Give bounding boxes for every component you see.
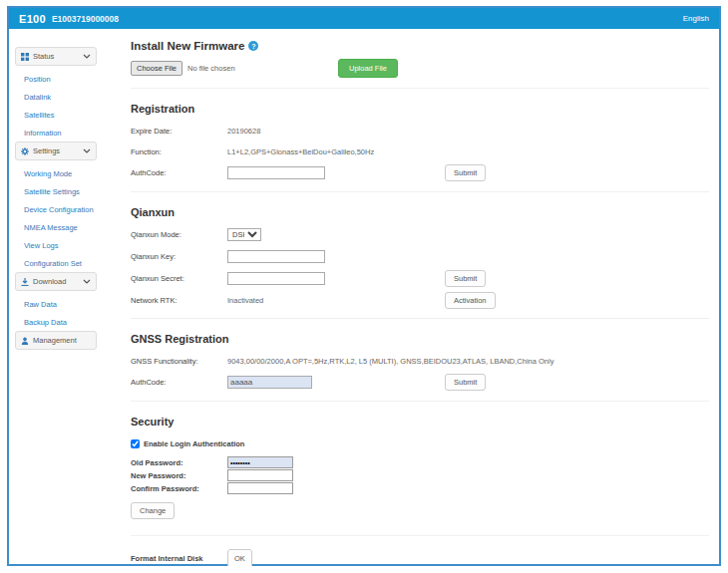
sidebar-item-satellites[interactable]: Satellites	[15, 106, 121, 124]
sidebar: Status Position Datalink Satellites Info…	[9, 29, 121, 566]
registration-submit-button[interactable]: Submit	[445, 164, 486, 181]
new-password-row: New Password:	[131, 469, 709, 481]
function-label: Function:	[131, 147, 227, 156]
expire-date-row: Expire Date: 20190628	[131, 125, 709, 137]
enable-login-auth-checkbox[interactable]	[131, 439, 140, 448]
grid-icon	[21, 53, 29, 61]
network-rtk-value: Inactivated	[227, 296, 263, 305]
qianxun-mode-row: Qianxun Mode: DSK	[131, 228, 709, 241]
gnss-registration-section-title: GNSS Registration	[131, 333, 709, 345]
sidebar-group-settings[interactable]: Settings	[15, 142, 97, 160]
sidebar-group-management[interactable]: Management	[15, 331, 97, 350]
sidebar-item-raw-data[interactable]: Raw Data	[15, 295, 121, 313]
qianxun-secret-input[interactable]	[227, 272, 325, 285]
format-disk-row: Format Internal Disk OK	[131, 549, 709, 566]
sidebar-group-label: Management	[33, 336, 91, 345]
section-divider	[131, 535, 709, 536]
gnss-authcode-label: AuthCode:	[131, 378, 227, 387]
choose-file-button[interactable]: Choose File	[131, 61, 182, 76]
qianxun-mode-label: Qianxun Mode:	[131, 230, 227, 239]
chevron-down-icon	[83, 279, 91, 284]
sidebar-item-view-logs[interactable]: View Logs	[15, 236, 121, 254]
chevron-down-icon	[83, 54, 91, 59]
gnss-functionality-label: GNSS Functionality:	[131, 357, 227, 366]
registration-authcode-row: AuthCode: Submit	[131, 166, 709, 179]
function-row: Function: L1+L2,GPS+Glonass+BeiDou+Galil…	[131, 145, 709, 157]
sidebar-item-nmea-message[interactable]: NMEA Message	[15, 218, 121, 236]
sidebar-item-information[interactable]: Information	[15, 124, 121, 142]
qianxun-submit-button[interactable]: Submit	[445, 270, 486, 287]
gnss-submit-button[interactable]: Submit	[445, 374, 486, 391]
sidebar-group-download[interactable]: Download	[15, 272, 97, 291]
gnss-functionality-value: 9043,00/00/2000,A OPT=,5Hz,RTK,L2, L5 (M…	[227, 357, 553, 366]
content-area: Status Position Datalink Satellites Info…	[9, 29, 719, 566]
firmware-section-title: Install New Firmware ?	[131, 40, 709, 52]
download-icon	[21, 278, 29, 286]
qianxun-secret-row: Qianxun Secret: Submit	[131, 272, 709, 285]
sidebar-item-working-mode[interactable]: Working Mode	[15, 164, 121, 182]
sidebar-item-position[interactable]: Position	[15, 70, 121, 88]
activation-button[interactable]: Activation	[445, 292, 496, 309]
old-password-row: Old Password:	[131, 456, 709, 468]
network-rtk-row: Network RTK: Inactivated Activation	[131, 294, 709, 306]
sidebar-group-status[interactable]: Status	[15, 47, 97, 66]
confirm-password-label: Confirm Password:	[131, 484, 227, 493]
enable-login-auth-row: Enable Login Authentication	[131, 439, 709, 448]
device-serial: E1003719000008	[52, 14, 119, 24]
qianxun-mode-select[interactable]: DSK	[227, 228, 261, 241]
info-icon[interactable]: ?	[248, 41, 258, 51]
sidebar-item-satellite-settings[interactable]: Satellite Settings	[15, 182, 121, 200]
section-divider	[131, 191, 709, 192]
qianxun-section-title: Qianxun	[131, 206, 709, 218]
header-bar: E100 E1003719000008 English	[9, 8, 719, 29]
expire-date-label: Expire Date:	[131, 127, 227, 136]
sidebar-item-datalink[interactable]: Datalink	[15, 88, 121, 106]
format-disk-ok-button[interactable]: OK	[227, 549, 252, 566]
main-panel: Install New Firmware ? Choose File No fi…	[121, 29, 719, 566]
new-password-input[interactable]	[227, 469, 293, 481]
app-window: E100 E1003719000008 English Status Posit…	[7, 6, 721, 566]
management-icon	[21, 337, 29, 345]
section-divider	[131, 88, 709, 89]
network-rtk-label: Network RTK:	[131, 296, 227, 305]
enable-login-auth-label: Enable Login Authentication	[144, 439, 244, 448]
no-file-chosen-text: No file chosen	[187, 64, 235, 73]
sidebar-item-backup-data[interactable]: Backup Data	[15, 313, 121, 331]
new-password-label: New Password:	[131, 471, 227, 480]
firmware-upload-row: Choose File No file chosen Upload File	[131, 61, 709, 76]
firmware-title-text: Install New Firmware	[131, 40, 244, 52]
qianxun-key-label: Qianxun Key:	[131, 252, 227, 261]
security-section-title: Security	[131, 416, 709, 428]
registration-section-title: Registration	[131, 103, 709, 115]
language-link[interactable]: English	[683, 14, 709, 23]
sidebar-item-device-configuration[interactable]: Device Configuration	[15, 200, 121, 218]
upload-file-button[interactable]: Upload File	[338, 59, 398, 78]
confirm-password-row: Confirm Password:	[131, 482, 709, 494]
section-divider	[131, 401, 709, 402]
gear-icon	[21, 147, 29, 155]
sidebar-item-configuration-set[interactable]: Configuration Set	[15, 254, 121, 272]
gnss-functionality-row: GNSS Functionality: 9043,00/00/2000,A OP…	[131, 355, 709, 367]
expire-date-value: 20190628	[227, 127, 260, 136]
old-password-input[interactable]	[227, 456, 293, 468]
authcode-label: AuthCode:	[131, 168, 227, 177]
section-divider	[131, 318, 709, 319]
qianxun-key-row: Qianxun Key:	[131, 250, 709, 263]
change-password-button[interactable]: Change	[131, 502, 175, 519]
confirm-password-input[interactable]	[227, 482, 293, 494]
device-actions: Format Internal Disk OK Self Test OK Res…	[131, 549, 709, 566]
sidebar-group-label: Status	[33, 52, 79, 61]
qianxun-key-input[interactable]	[227, 250, 325, 263]
qianxun-secret-label: Qianxun Secret:	[131, 274, 227, 283]
format-disk-label: Format Internal Disk	[131, 554, 227, 563]
chevron-down-icon	[83, 148, 91, 153]
sidebar-group-label: Settings	[33, 146, 79, 155]
gnss-authcode-row: AuthCode: Submit	[131, 376, 709, 389]
device-model: E100	[19, 13, 46, 25]
registration-authcode-input[interactable]	[227, 166, 325, 179]
function-value: L1+L2,GPS+Glonass+BeiDou+Galileo,50Hz	[227, 147, 374, 156]
gnss-authcode-input[interactable]	[227, 376, 312, 389]
old-password-label: Old Password:	[131, 458, 227, 467]
sidebar-group-label: Download	[33, 277, 79, 286]
